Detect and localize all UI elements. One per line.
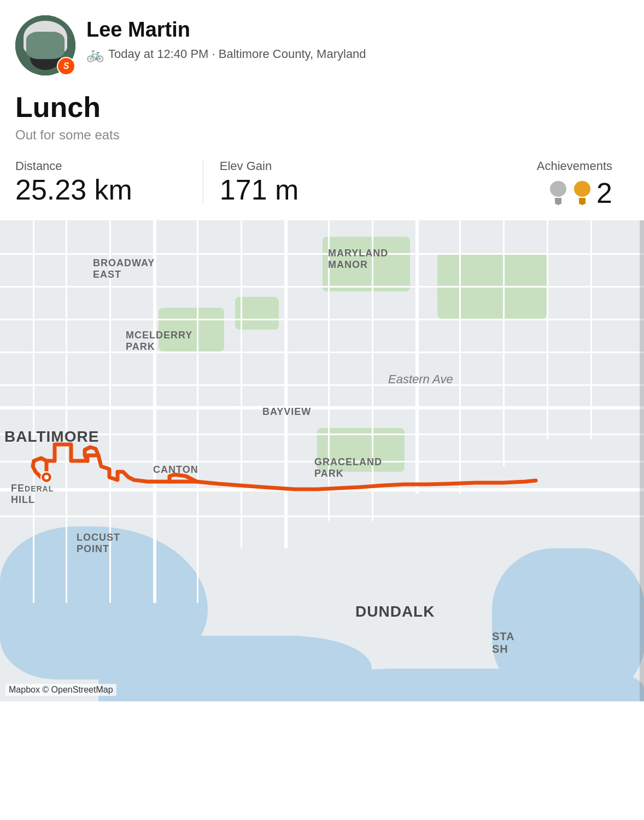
- gold-medal-ribbon: [579, 198, 586, 205]
- label-graceland-park: GRACELANDPARK: [314, 456, 382, 479]
- label-canton: CANTON: [153, 464, 198, 476]
- label-maryland-manor: MARYLANDMANOR: [328, 248, 388, 271]
- label-dundalk: Dundalk: [355, 603, 435, 620]
- bike-icon: 🚲: [86, 46, 104, 63]
- label-locust-point: LOCUSTPOINT: [77, 532, 120, 555]
- distance-value: 25.23 km: [15, 175, 186, 204]
- scroll-indicator: [640, 220, 644, 701]
- avatar-wrapper: S: [15, 15, 75, 75]
- svg-point-6: [30, 46, 61, 70]
- achievements-label: Achievements: [407, 159, 612, 173]
- strava-icon: S: [63, 61, 69, 71]
- activity-time: Today at 12:40 PM · Baltimore County, Ma…: [108, 46, 366, 62]
- activity-title-section: Lunch Out for some eats: [0, 86, 644, 146]
- elev-gain-value: 171 m: [220, 175, 391, 204]
- achievements-stat: Achievements 2: [407, 159, 629, 209]
- label-bayview: BAYVIEW: [262, 406, 311, 418]
- label-federal-hill: FEDERALHILL: [11, 483, 54, 506]
- map-section: BROADWAYEAST MARYLANDMANOR MCELDERRYPARK…: [0, 220, 644, 701]
- gold-medal-circle: [574, 181, 590, 197]
- user-name: Lee Martin: [86, 19, 366, 42]
- gold-medal: [572, 181, 592, 205]
- svg-rect-2: [30, 36, 61, 43]
- label-baltimore: Baltimore: [4, 428, 99, 446]
- achievements-row: 2: [407, 177, 612, 209]
- label-broadway-east: BROADWAYEAST: [93, 257, 155, 280]
- silver-medal-ribbon: [555, 198, 561, 205]
- silver-medal: [548, 181, 568, 205]
- elev-gain-label: Elev Gain: [220, 159, 391, 173]
- silver-medal-circle: [550, 181, 566, 197]
- map-background: BROADWAYEAST MARYLANDMANOR MCELDERRYPARK…: [0, 220, 644, 701]
- svg-point-10: [44, 475, 49, 479]
- label-sta-sh: STASH: [492, 630, 515, 655]
- activity-description: Out for some eats: [15, 127, 629, 143]
- activity-meta: 🚲 Today at 12:40 PM · Baltimore County, …: [86, 46, 366, 63]
- distance-stat: Distance 25.23 km: [15, 159, 203, 204]
- svg-rect-3: [34, 39, 43, 44]
- activity-title: Lunch: [15, 92, 629, 123]
- svg-line-8: [52, 44, 55, 48]
- map-credit: Mapbox © OpenStreetMap: [5, 684, 116, 696]
- achievements-count: 2: [596, 177, 612, 209]
- svg-point-1: [30, 25, 61, 47]
- stats-section: Distance 25.23 km Elev Gain 171 m Achiev…: [0, 146, 644, 220]
- svg-rect-4: [47, 39, 56, 44]
- elev-gain-stat: Elev Gain 171 m: [203, 159, 407, 204]
- svg-line-7: [36, 44, 38, 48]
- label-eastern-ave: Eastern Ave: [388, 372, 453, 386]
- distance-label: Distance: [15, 159, 186, 173]
- user-info: Lee Martin 🚲 Today at 12:40 PM · Baltimo…: [86, 15, 366, 63]
- strava-badge: S: [57, 57, 75, 75]
- label-mcelderry-park: MCELDERRYPARK: [126, 330, 192, 353]
- activity-header: S Lee Martin 🚲 Today at 12:40 PM · Balti…: [0, 0, 644, 86]
